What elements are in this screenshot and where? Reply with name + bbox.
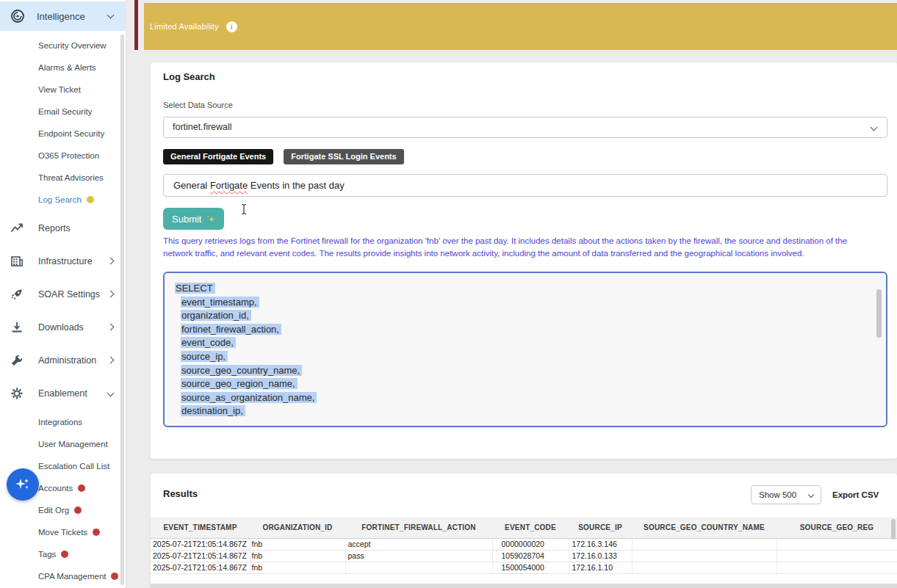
sql-line: event_timestamp,	[181, 296, 876, 310]
column-header[interactable]: SOURCE_GEO_REG	[777, 518, 897, 538]
downloads-icon	[10, 321, 24, 334]
sql-query-output[interactable]: SELECT event_timestamp, organization_id,…	[163, 272, 887, 427]
text-cursor	[240, 203, 248, 215]
sql-line: source_as_organization_name,	[181, 391, 876, 405]
table-vertical-scrollbar[interactable]	[891, 519, 896, 540]
column-header[interactable]: ORGANIZATION_ID	[250, 518, 345, 538]
sidebar-item-user-management[interactable]: User Management	[0, 433, 126, 455]
banner-label: Limited Availability	[150, 22, 219, 31]
ai-assistant-button[interactable]	[7, 468, 39, 501]
column-header[interactable]: EVENT_CODE	[492, 518, 569, 538]
sparkle-icon	[206, 214, 215, 224]
reports-icon	[10, 222, 24, 235]
show-rows-value: Show 500	[759, 490, 796, 499]
infrastructure-icon	[10, 255, 24, 268]
enablement-icon	[10, 387, 24, 400]
sidebar-item-integrations[interactable]: Integrations	[0, 411, 126, 433]
sql-line: source_geo_country_name,	[181, 364, 876, 378]
table-row[interactable]: 2025-07-21T21:05:14.867Z fnb pass 105902…	[151, 550, 897, 562]
intelligence-icon	[10, 9, 25, 23]
sql-line: fortinet_firewall_action,	[181, 323, 876, 337]
status-dot	[111, 573, 118, 580]
sidebar-item-soar-settings[interactable]: SOAR Settings	[0, 277, 126, 311]
sidebar-item-email-security[interactable]: Email Security	[0, 101, 126, 123]
sql-line: organization_id,	[181, 309, 876, 323]
status-dot	[93, 529, 100, 536]
chevron-down-icon	[808, 492, 814, 498]
sidebar-item-view-ticket[interactable]: View Ticket	[0, 79, 126, 101]
sidebar-item-move-tickets[interactable]: Move Tickets	[0, 521, 126, 543]
sidebar-item-tags[interactable]: Tags	[0, 543, 126, 565]
sidebar-item-enablement[interactable]: Enablement	[0, 377, 126, 410]
data-source-value: fortinet.firewall	[173, 122, 232, 132]
show-rows-select[interactable]: Show 500	[751, 485, 821, 504]
results-table: EVENT_TIMESTAMP ORGANIZATION_ID FORTINET…	[151, 518, 897, 574]
soar-settings-icon	[10, 288, 24, 301]
table-header-row: EVENT_TIMESTAMP ORGANIZATION_ID FORTINET…	[151, 518, 897, 538]
query-description: This query retrieves logs from the Forti…	[163, 235, 862, 259]
sidebar-item-edit-org[interactable]: Edit Org	[0, 499, 126, 521]
sidebar-item-reports[interactable]: Reports	[0, 211, 126, 244]
sidebar-item-o365-protection[interactable]: O365 Protection	[0, 145, 126, 167]
sidebar-item-threat-advisories[interactable]: Threat Advisories	[0, 167, 126, 189]
sidebar-item-log-search[interactable]: Log Search	[0, 189, 126, 211]
log-search-panel: Log Search Select Data Source fortinet.f…	[151, 62, 897, 459]
sql-line: destination_ip,	[181, 404, 876, 418]
preset-general-fortigate-events[interactable]: General Fortigate Events	[163, 149, 273, 164]
column-header[interactable]: EVENT_TIMESTAMP	[151, 518, 250, 538]
sparkles-icon	[14, 476, 32, 493]
sql-line: SELECT	[175, 282, 876, 296]
preset-buttons: General Fortigate Events Fortigate SSL L…	[163, 149, 404, 164]
data-source-select[interactable]: fortinet.firewall	[163, 117, 887, 138]
chevron-right-icon	[107, 258, 115, 265]
misspelled-word: Fortigate	[210, 180, 248, 191]
info-icon[interactable]: i	[226, 21, 237, 32]
chevron-right-icon	[107, 291, 115, 298]
column-header[interactable]: SOURCE_GEO_COUNTRY_NAME	[632, 518, 777, 538]
results-panel: Results Show 500 Export CSV EVENT_TIMEST…	[151, 473, 897, 588]
sidebar-item-alarms-alerts[interactable]: Alarms & Alerts	[0, 57, 126, 79]
submit-button[interactable]: Submit	[163, 208, 224, 230]
sidebar-item-endpoint-security[interactable]: Endpoint Security	[0, 123, 126, 145]
sidebar-groups: Reports Infrastructure SOAR Settings Dow…	[0, 211, 126, 410]
query-input[interactable]: General Fortigate Events in the past day	[163, 174, 887, 197]
sidebar-item-administration[interactable]: Administration	[0, 344, 126, 377]
chevron-down-icon	[871, 124, 878, 131]
sidebar-scrollbar[interactable]	[120, 35, 124, 585]
log-search-status-dot	[87, 196, 94, 203]
chevron-right-icon	[107, 357, 115, 364]
export-csv-button[interactable]: Export CSV	[832, 485, 879, 504]
column-header[interactable]: FORTINET_FIREWALL_ACTION	[345, 518, 492, 538]
column-header[interactable]: SOURCE_IP	[569, 518, 632, 538]
status-dot	[61, 551, 68, 558]
preset-fortigate-ssl-login-events[interactable]: Fortigate SSL Login Events	[284, 149, 403, 164]
sidebar-item-infrastructure[interactable]: Infrastructure	[0, 244, 126, 277]
table-row[interactable]: 2025-07-21T21:05:14.867Z fnb accept 0000…	[151, 538, 897, 550]
intelligence-submenu: Security Overview Alarms & Alerts View T…	[0, 35, 126, 211]
sidebar-item-intelligence[interactable]: Intelligence	[0, 1, 126, 31]
table-row[interactable]: 2025-07-21T21:05:14.867Z fnb 1500054000 …	[151, 562, 897, 573]
sql-line: source_geo_region_name,	[181, 377, 876, 391]
code-scrollbar[interactable]	[876, 289, 882, 338]
results-title: Results	[163, 488, 198, 499]
administration-icon	[10, 354, 24, 367]
sidebar-item-downloads[interactable]: Downloads	[0, 311, 126, 344]
table-horizontal-scrollbar[interactable]	[151, 584, 897, 588]
sidebar-item-security-overview[interactable]: Security Overview	[0, 35, 126, 57]
status-dot	[74, 507, 82, 514]
sql-line: source_ip,	[181, 350, 876, 364]
sidebar-item-label: Intelligence	[37, 11, 85, 22]
limited-availability-banner: Limited Availability i	[144, 3, 897, 50]
chevron-right-icon	[107, 324, 115, 331]
status-dot	[78, 484, 85, 492]
data-source-label: Select Data Source	[163, 101, 233, 109]
panel-title: Log Search	[163, 71, 215, 82]
sql-line: event_code,	[181, 336, 876, 350]
banner-edge-stripe	[134, 0, 138, 50]
sidebar-item-cpa-management[interactable]: CPA Management	[0, 565, 126, 587]
chevron-down-icon	[107, 390, 115, 397]
chevron-down-icon	[107, 12, 115, 19]
